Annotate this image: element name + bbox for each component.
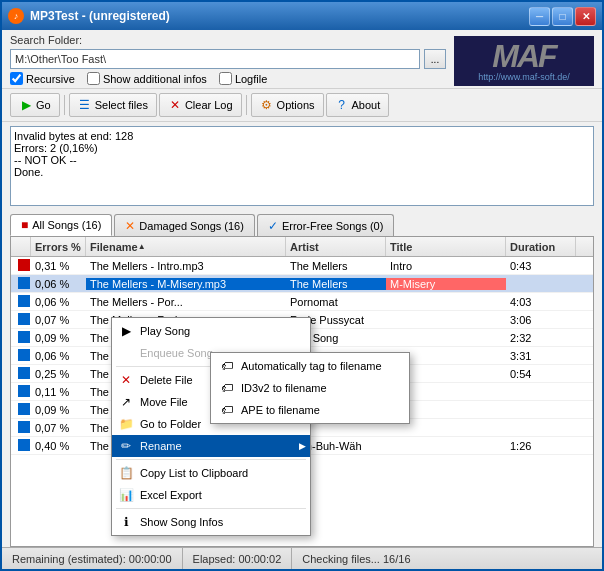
clear-log-button[interactable]: ✕ Clear Log — [159, 93, 242, 117]
rename-icon: ✏ — [118, 438, 134, 454]
row-indicator — [18, 295, 30, 307]
col-duration[interactable]: Duration — [506, 237, 576, 256]
row-indicator — [18, 331, 30, 343]
tabs-area: ■ All Songs (16) ✕ Damaged Songs (16) ✓ … — [2, 210, 602, 236]
search-folder-label: Search Folder: — [10, 34, 82, 46]
app-icon: ♪ — [8, 8, 24, 24]
maximize-button[interactable]: □ — [552, 7, 573, 26]
title-bar-buttons: ─ □ ✕ — [529, 7, 596, 26]
menu-rename[interactable]: ✏ Rename — [112, 435, 310, 457]
browse-button[interactable]: ... — [424, 49, 446, 69]
id3v2-icon: 🏷 — [219, 380, 235, 396]
toolbar-separator-2 — [246, 95, 247, 115]
play-song-icon: ▶ — [118, 323, 134, 339]
clear-log-icon: ✕ — [168, 98, 182, 112]
table-row[interactable]: 0,06 % The Mellers - M-Misery.mp3 The Me… — [11, 275, 593, 293]
enqueue-song-icon — [118, 345, 134, 361]
logfile-checkbox[interactable]: Logfile — [219, 72, 267, 85]
go-icon: ▶ — [19, 98, 33, 112]
tab-error-free-icon: ✓ — [268, 219, 278, 233]
logo-text: MAF — [492, 40, 555, 72]
col-errors[interactable]: Errors % — [31, 237, 86, 256]
options-row: Recursive Show additional infos Logfile — [10, 72, 446, 85]
submenu-auto-tag[interactable]: 🏷 Automatically tag to filename — [211, 355, 409, 377]
col-indicator[interactable] — [11, 237, 31, 256]
move-file-icon: ↗ — [118, 394, 134, 410]
tab-all-songs-icon: ■ — [21, 218, 28, 232]
select-files-button[interactable]: ☰ Select files — [69, 93, 157, 117]
menu-play-song[interactable]: ▶ Play Song — [112, 320, 310, 342]
tab-all-songs[interactable]: ■ All Songs (16) — [10, 214, 112, 236]
row-indicator — [18, 349, 30, 361]
context-menu: ▶ Play Song Enqueue Song ✕ Delete File ↗… — [111, 317, 311, 536]
menu-separator-3 — [116, 508, 306, 509]
table-row[interactable]: 0,06 % The Mellers - Por... Pornomat 4:0… — [11, 293, 593, 311]
log-line-2: Errors: 2 (0,16%) — [14, 142, 590, 154]
about-icon: ? — [335, 98, 349, 112]
col-artist[interactable]: Artist — [286, 237, 386, 256]
content-area: Search Folder: ... Recursive Show additi… — [2, 30, 602, 569]
main-window: ♪ MP3Test - (unregistered) ─ □ ✕ Search … — [0, 0, 604, 571]
title-bar: ♪ MP3Test - (unregistered) ─ □ ✕ — [2, 2, 602, 30]
close-button[interactable]: ✕ — [575, 7, 596, 26]
status-elapsed: Elapsed: 00:00:02 — [183, 548, 293, 569]
log-line-1: Invalid bytes at end: 128 — [14, 130, 590, 142]
menu-excel-export[interactable]: 📊 Excel Export — [112, 484, 310, 506]
logo-area: MAF http://www.maf-soft.de/ — [454, 36, 594, 86]
row-indicator — [18, 313, 30, 325]
header-left: Search Folder: ... Recursive Show additi… — [10, 34, 446, 86]
row-indicator — [18, 385, 30, 397]
row-indicator — [18, 367, 30, 379]
tab-error-free-songs[interactable]: ✓ Error-Free Songs (0) — [257, 214, 394, 236]
auto-tag-icon: 🏷 — [219, 358, 235, 374]
excel-export-icon: 📊 — [118, 487, 134, 503]
select-files-icon: ☰ — [78, 98, 92, 112]
recursive-checkbox[interactable]: Recursive — [10, 72, 75, 85]
additional-infos-checkbox[interactable]: Show additional infos — [87, 72, 207, 85]
row-indicator — [18, 421, 30, 433]
toolbar: ▶ Go ☰ Select files ✕ Clear Log ⚙ Option… — [2, 88, 602, 122]
row-indicator — [18, 439, 30, 451]
window-title: MP3Test - (unregistered) — [30, 9, 529, 23]
go-button[interactable]: ▶ Go — [10, 93, 60, 117]
options-icon: ⚙ — [260, 98, 274, 112]
file-table: Errors % Filename Artist Title Duration … — [10, 236, 594, 547]
row-indicator — [18, 259, 30, 271]
status-remaining: Remaining (estimated): 00:00:00 — [2, 548, 183, 569]
logo-url: http://www.maf-soft.de/ — [478, 72, 570, 82]
ape-icon: 🏷 — [219, 402, 235, 418]
show-song-infos-icon: ℹ — [118, 514, 134, 530]
tab-damaged-songs[interactable]: ✕ Damaged Songs (16) — [114, 214, 255, 236]
submenu-id3v2[interactable]: 🏷 ID3v2 to filename — [211, 377, 409, 399]
copy-list-icon: 📋 — [118, 465, 134, 481]
delete-file-icon: ✕ — [118, 372, 134, 388]
minimize-button[interactable]: ─ — [529, 7, 550, 26]
log-line-3: -- NOT OK -- — [14, 154, 590, 166]
menu-separator-2 — [116, 459, 306, 460]
rename-submenu: 🏷 Automatically tag to filename 🏷 ID3v2 … — [210, 352, 410, 424]
about-button[interactable]: ? About — [326, 93, 390, 117]
menu-show-song-infos[interactable]: ℹ Show Song Infos — [112, 511, 310, 533]
log-line-4: Done. — [14, 166, 590, 178]
log-area: Invalid bytes at end: 128 Errors: 2 (0,1… — [10, 126, 594, 206]
tab-damaged-icon: ✕ — [125, 219, 135, 233]
submenu-ape[interactable]: 🏷 APE to filename — [211, 399, 409, 421]
table-row[interactable]: 0,31 % The Mellers - Intro.mp3 The Melle… — [11, 257, 593, 275]
status-checking: Checking files... 16/16 — [292, 548, 602, 569]
status-bar: Remaining (estimated): 00:00:00 Elapsed:… — [2, 547, 602, 569]
menu-copy-list[interactable]: 📋 Copy List to Clipboard — [112, 462, 310, 484]
search-folder-input[interactable] — [10, 49, 420, 69]
row-indicator — [18, 277, 30, 289]
go-to-folder-icon: 📁 — [118, 416, 134, 432]
col-title[interactable]: Title — [386, 237, 506, 256]
toolbar-separator-1 — [64, 95, 65, 115]
options-button[interactable]: ⚙ Options — [251, 93, 324, 117]
row-indicator — [18, 403, 30, 415]
col-filename[interactable]: Filename — [86, 237, 286, 256]
table-header: Errors % Filename Artist Title Duration — [11, 237, 593, 257]
